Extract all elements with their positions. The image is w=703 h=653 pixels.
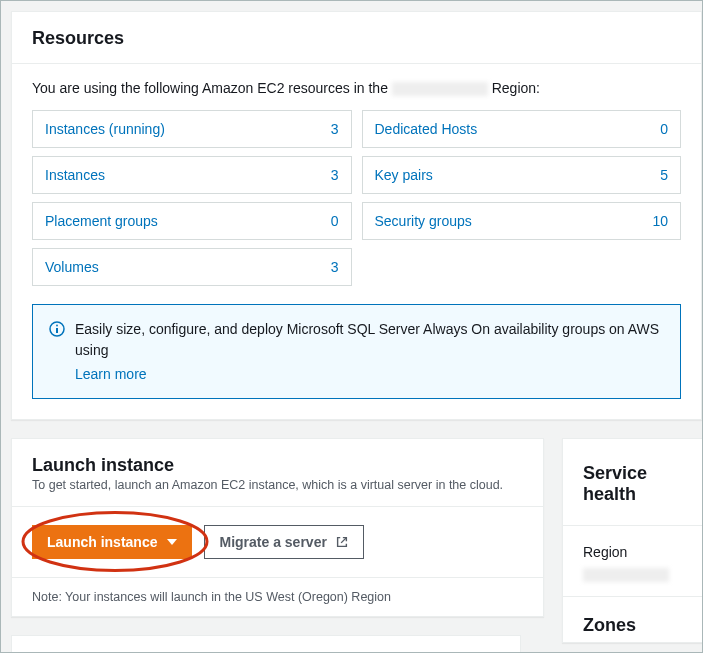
resource-name: Instances: [45, 167, 105, 183]
resource-name: Dedicated Hosts: [375, 121, 478, 137]
resource-name: Volumes: [45, 259, 99, 275]
resource-count: 0: [331, 213, 339, 229]
resource-count: 3: [331, 259, 339, 275]
migrate-server-button[interactable]: Migrate a server: [204, 525, 363, 559]
info-banner-link[interactable]: Learn more: [75, 364, 147, 384]
resource-name: Security groups: [375, 213, 472, 229]
launch-subtitle: To get started, launch an Amazon EC2 ins…: [12, 478, 543, 506]
resource-count: 0: [660, 121, 668, 137]
region-label: Region: [583, 544, 682, 560]
launch-button-label: Launch instance: [47, 534, 157, 550]
caret-down-icon: [167, 539, 177, 545]
resource-instances-running[interactable]: Instances (running) 3: [32, 110, 352, 148]
placeholder-panel: [11, 635, 521, 653]
info-banner: Easily size, configure, and deploy Micro…: [32, 304, 681, 399]
resource-name: Key pairs: [375, 167, 433, 183]
resources-intro: You are using the following Amazon EC2 r…: [32, 80, 681, 96]
external-link-icon: [335, 535, 349, 549]
resource-key-pairs[interactable]: Key pairs 5: [362, 156, 682, 194]
svg-point-2: [56, 325, 58, 327]
info-banner-text: Easily size, configure, and deploy Micro…: [75, 321, 659, 357]
service-health-panel: Service health Region Zones: [562, 438, 702, 643]
resource-count: 3: [331, 167, 339, 183]
resource-count: 3: [331, 121, 339, 137]
resource-name: Placement groups: [45, 213, 158, 229]
resource-dedicated-hosts[interactable]: Dedicated Hosts 0: [362, 110, 682, 148]
launch-instance-panel: Launch instance To get started, launch a…: [11, 438, 544, 617]
resource-count: 10: [652, 213, 668, 229]
launch-column: Launch instance To get started, launch a…: [11, 438, 544, 653]
resources-panel: Resources You are using the following Am…: [11, 11, 702, 420]
zones-title: Zones: [563, 596, 702, 642]
resource-security-groups[interactable]: Security groups 10: [362, 202, 682, 240]
migrate-button-label: Migrate a server: [219, 534, 326, 550]
resource-name: Instances (running): [45, 121, 165, 137]
launch-title: Launch instance: [12, 439, 543, 478]
resource-instances[interactable]: Instances 3: [32, 156, 352, 194]
launch-note: Note: Your instances will launch in the …: [12, 577, 543, 616]
resource-placement-groups[interactable]: Placement groups 0: [32, 202, 352, 240]
resource-count: 5: [660, 167, 668, 183]
resources-title: Resources: [12, 12, 701, 64]
info-icon: [49, 321, 65, 337]
region-redacted: [392, 82, 488, 96]
launch-instance-button[interactable]: Launch instance: [32, 525, 192, 559]
service-health-title: Service health: [563, 439, 702, 525]
region-value-redacted: [583, 568, 669, 582]
resource-volumes[interactable]: Volumes 3: [32, 248, 352, 286]
